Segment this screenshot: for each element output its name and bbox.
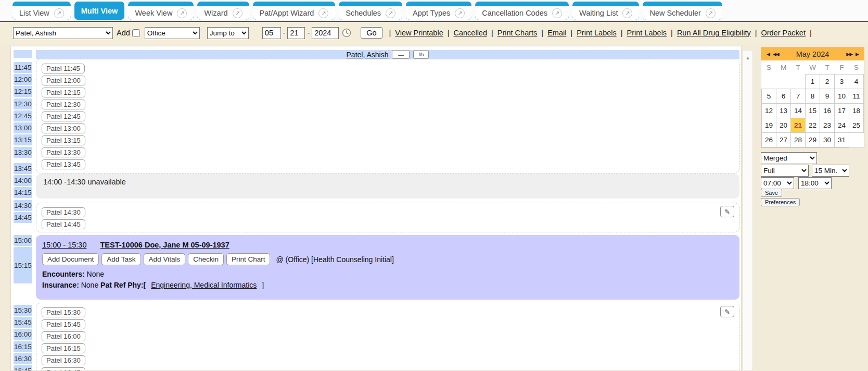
calendar-day[interactable]: 11 xyxy=(849,89,864,104)
calendar-day[interactable]: 27 xyxy=(776,133,791,147)
calendar-day[interactable]: 5 xyxy=(762,89,776,104)
slot-button-patel-16-00[interactable]: Patel 16:00 xyxy=(42,331,85,341)
size-mode-select[interactable]: Full xyxy=(761,165,809,177)
fb-toggle-button[interactable]: f/b xyxy=(413,50,429,59)
open-new-icon[interactable]: ↗ xyxy=(386,8,395,18)
slot-button-patel-13-15[interactable]: Patel 13:15 xyxy=(42,135,85,145)
toolbar-link-order-packet[interactable]: Order Packet xyxy=(761,29,806,37)
add-vitals-button[interactable]: Add Vitals xyxy=(144,253,186,265)
tab-list-view[interactable]: List View↗ xyxy=(12,2,71,20)
open-new-icon[interactable]: ↗ xyxy=(552,8,562,18)
tab-schedules[interactable]: Schedules↗ xyxy=(339,2,402,20)
calendar-day[interactable]: 23 xyxy=(820,118,835,133)
slot-button-patel-13-00[interactable]: Patel 13:00 xyxy=(42,123,85,133)
calendar-day[interactable]: 8 xyxy=(806,89,820,104)
tab-waiting-list[interactable]: Waiting List↗ xyxy=(572,2,639,20)
calendar-day[interactable]: 2 xyxy=(820,75,835,89)
calendar-day[interactable]: 13 xyxy=(776,104,791,118)
tab-appt-types[interactable]: Appt Types↗ xyxy=(406,2,471,20)
toolbar-link-print-charts[interactable]: Print Charts xyxy=(497,29,538,37)
slot-button-patel-11-45[interactable]: Patel 11:45 xyxy=(42,64,85,73)
referring-physician-link[interactable]: Engineering, Medical Informatics xyxy=(151,281,257,289)
slot-button-patel-16-45[interactable]: Patel 16:45 xyxy=(42,367,85,371)
provider-select[interactable]: Patel, Ashish xyxy=(13,27,113,39)
toolbar-link-run-all-drug-eligibility[interactable]: Run All Drug Eligibility xyxy=(677,29,751,37)
calendar-day[interactable]: 4 xyxy=(849,75,864,89)
start-time-select[interactable]: 07:00 xyxy=(761,177,794,189)
provider-header-link[interactable]: Patel, Ashish xyxy=(347,51,389,59)
edit-appointment-button[interactable]: ✎ xyxy=(720,306,734,317)
date-year-input[interactable] xyxy=(312,27,339,39)
calendar-day[interactable]: 1 xyxy=(806,75,820,89)
calendar-day[interactable]: 31 xyxy=(835,133,849,147)
appointment-block[interactable]: 15:00 - 15:30 TEST-10006 Doe, Jane M 05-… xyxy=(36,235,739,300)
calendar-day[interactable]: 18 xyxy=(849,104,864,118)
appointment-time-link[interactable]: 15:00 - 15:30 xyxy=(42,241,86,249)
toolbar-link-print-labels[interactable]: Print Labels xyxy=(627,29,667,37)
end-time-select[interactable]: 18:00 xyxy=(798,177,832,189)
calendar-day-selected[interactable]: 21 xyxy=(791,118,806,133)
calendar-day[interactable]: 30 xyxy=(820,133,835,147)
add-task-button[interactable]: Add Task xyxy=(101,253,141,265)
slot-button-patel-12-30[interactable]: Patel 12:30 xyxy=(42,100,85,109)
calendar-day[interactable]: 12 xyxy=(762,104,776,118)
slot-button-patel-12-45[interactable]: Patel 12:45 xyxy=(42,112,85,121)
tab-new-scheduler[interactable]: New Scheduler↗ xyxy=(643,2,722,20)
scroll-up-icon[interactable]: ▲ xyxy=(743,55,752,60)
calendar-day[interactable]: 7 xyxy=(791,89,806,104)
open-new-icon[interactable]: ↗ xyxy=(177,8,187,18)
save-button[interactable]: Save xyxy=(761,189,782,197)
date-day-input[interactable] xyxy=(287,27,305,39)
slot-button-patel-12-00[interactable]: Patel 12:00 xyxy=(42,76,85,85)
slot-button-patel-12-15[interactable]: Patel 12:15 xyxy=(42,88,85,97)
calendar-day[interactable]: 28 xyxy=(791,133,806,147)
datepicker-clock-icon[interactable] xyxy=(342,28,351,38)
calendar-prev-icon[interactable]: ◀ xyxy=(767,52,770,57)
toolbar-link-view-printable[interactable]: View Printable xyxy=(395,29,443,37)
tab-week-view[interactable]: Week View↗ xyxy=(128,2,194,20)
toolbar-link-email[interactable]: Email xyxy=(547,29,566,37)
calendar-day[interactable]: 10 xyxy=(835,89,849,104)
calendar-day[interactable]: 29 xyxy=(806,133,820,147)
slot-button-patel-15-30[interactable]: Patel 15:30 xyxy=(42,307,85,317)
slot-button-patel-14-30[interactable]: Patel 14:30 xyxy=(42,207,85,217)
view-mode-select[interactable]: Merged xyxy=(761,152,817,164)
open-new-icon[interactable]: ↗ xyxy=(318,8,328,18)
calendar-day[interactable]: 19 xyxy=(762,118,776,133)
add-document-button[interactable]: Add Document xyxy=(42,253,99,265)
checkin-button[interactable]: Checkin xyxy=(188,253,224,265)
calendar-day[interactable]: 20 xyxy=(776,118,791,133)
date-month-input[interactable] xyxy=(262,27,281,39)
slot-button-patel-16-15[interactable]: Patel 16:15 xyxy=(42,343,85,353)
calendar-day[interactable]: 15 xyxy=(806,104,820,118)
slot-button-patel-13-30[interactable]: Patel 13:30 xyxy=(42,147,85,157)
calendar-day[interactable]: 6 xyxy=(776,89,791,104)
toolbar-link-cancelled[interactable]: Cancelled xyxy=(454,29,488,37)
open-new-icon[interactable]: ↗ xyxy=(233,8,242,18)
facility-select[interactable]: Office xyxy=(145,27,200,39)
open-new-icon[interactable]: ↗ xyxy=(54,8,64,18)
preferences-button[interactable]: Preferences xyxy=(761,198,800,206)
calendar-day[interactable]: 3 xyxy=(835,75,849,89)
minimize-column-button[interactable]: — xyxy=(392,50,410,59)
tab-wizard[interactable]: Wizard↗ xyxy=(197,2,249,20)
edit-appointment-button[interactable]: ✎ xyxy=(720,206,734,217)
add-checkbox[interactable] xyxy=(132,29,140,37)
calendar-day[interactable]: 24 xyxy=(835,118,849,133)
calendar-day[interactable]: 9 xyxy=(820,89,835,104)
calendar-fast-prev-icon[interactable]: ◀◀ xyxy=(773,52,779,57)
calendar-day[interactable]: 14 xyxy=(791,104,806,118)
tab-cancellation-codes[interactable]: Cancellation Codes↗ xyxy=(475,2,569,20)
jump-to-select[interactable]: Jump to xyxy=(207,27,249,39)
slot-button-patel-16-30[interactable]: Patel 16:30 xyxy=(42,355,85,365)
toolbar-link-print-labels[interactable]: Print Labels xyxy=(577,29,617,37)
calendar-day[interactable]: 22 xyxy=(806,118,820,133)
print-chart-button[interactable]: Print Chart xyxy=(226,253,271,265)
interval-select[interactable]: 15 Min. xyxy=(812,165,849,177)
calendar-next-icon[interactable]: ▶ xyxy=(856,52,859,57)
tab-multi-view[interactable]: Multi View xyxy=(74,2,125,20)
slot-button-patel-15-45[interactable]: Patel 15:45 xyxy=(42,319,85,329)
calendar-fast-next-icon[interactable]: ▶▶ xyxy=(846,52,852,57)
calendar-day[interactable]: 26 xyxy=(762,133,776,147)
calendar-day[interactable]: 16 xyxy=(820,104,835,118)
